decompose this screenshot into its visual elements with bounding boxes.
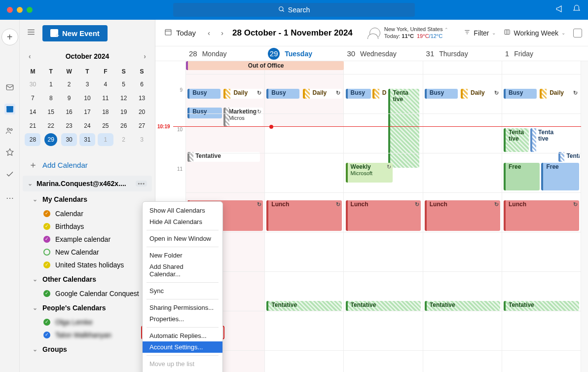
star-icon[interactable]	[4, 147, 15, 158]
minical-day[interactable]: 3	[134, 133, 150, 146]
calendar-group[interactable]: ⌄Groups	[23, 341, 152, 357]
calendar-item[interactable]: Birthdays	[23, 220, 152, 233]
event[interactable]: Busy	[187, 89, 220, 99]
minical-day[interactable]: 27	[134, 119, 150, 132]
minical-day[interactable]: 2	[61, 78, 77, 91]
new-event-button[interactable]: New Event	[42, 25, 108, 41]
minical-day[interactable]: 28	[25, 133, 40, 146]
event[interactable]: D	[372, 89, 387, 99]
todo-icon[interactable]	[4, 169, 15, 180]
next-week-button[interactable]: ›	[219, 28, 225, 38]
ctx-add-shared[interactable]: Add Shared Calendar...	[143, 261, 222, 280]
minical-day[interactable]: 4	[98, 78, 113, 91]
event[interactable]: Daily↻	[303, 89, 342, 99]
minical-next-button[interactable]: ›	[141, 51, 149, 61]
calendar-group[interactable]: ⌄People's Calendars	[23, 300, 152, 316]
calendar-group[interactable]: ⌄My Calendars	[23, 191, 152, 207]
minical-day[interactable]: 14	[25, 106, 40, 118]
minical-day[interactable]: 19	[116, 106, 132, 118]
event[interactable]: Tentative	[388, 89, 420, 168]
minical-day[interactable]: 6	[134, 78, 150, 91]
event[interactable]: Tentative	[187, 152, 259, 162]
event[interactable]: Busy	[504, 89, 537, 99]
ctx-sync[interactable]: Sync	[143, 285, 222, 297]
event[interactable]: WeeklyMicrosoft ↻	[346, 163, 393, 183]
people-icon[interactable]	[4, 125, 15, 136]
expand-icon[interactable]	[573, 29, 582, 37]
day-header[interactable]: 30Wednesday	[344, 49, 423, 58]
event[interactable]: Tenta	[558, 152, 580, 162]
event[interactable]: Free	[541, 163, 579, 190]
calendar-item[interactable]: Example calendar	[23, 233, 152, 246]
minical-day[interactable]: 3	[79, 78, 95, 91]
event[interactable]: Daily↻	[223, 89, 263, 99]
minical-day[interactable]: 17	[79, 106, 95, 118]
event[interactable]: Daily↻	[461, 89, 500, 99]
calendar-item[interactable]: Olga Lemke	[23, 316, 152, 329]
minical-day[interactable]: 30	[25, 78, 40, 91]
event[interactable]: Lunch↻	[346, 200, 421, 231]
calendar-icon[interactable]	[4, 104, 15, 114]
ctx-account-settings[interactable]: Account Settings...	[143, 341, 222, 353]
event[interactable]: Tentative	[346, 301, 421, 311]
calendar-item[interactable]: Google Calendar Conquest	[23, 287, 152, 300]
day-header[interactable]: 28Monday	[186, 49, 265, 58]
close-window-button[interactable]	[7, 7, 13, 13]
calendar-item[interactable]: United States holidays	[23, 259, 152, 271]
event[interactable]: Tentative	[266, 301, 342, 311]
ctx-new-folder[interactable]: New Folder	[143, 250, 222, 261]
minical-day[interactable]: 16	[61, 106, 77, 118]
event[interactable]: Lunch↻	[266, 200, 342, 231]
bell-icon[interactable]	[572, 4, 581, 16]
search-input[interactable]: Search	[173, 3, 415, 17]
minical-day[interactable]: 23	[61, 119, 77, 132]
minical-day[interactable]: 5	[116, 78, 132, 91]
more-apps-icon[interactable]: ⋯	[4, 192, 15, 203]
account-row[interactable]: ⌄ Marina.Conquest@x462x.... •••	[23, 176, 152, 191]
minical-day[interactable]: 31	[79, 133, 95, 146]
minical-day[interactable]: 25	[98, 119, 113, 132]
minical-day[interactable]: 24	[79, 119, 95, 132]
ctx-open-new[interactable]: Open in New Window	[143, 233, 222, 244]
calendar-item[interactable]: Calendar	[23, 207, 152, 220]
minical-day[interactable]: 29	[44, 133, 57, 146]
minical-day[interactable]: 20	[134, 106, 150, 118]
event[interactable]: Lunch↻	[425, 200, 500, 231]
weather-widget[interactable]: New York, United States ⌃ Today: 11°C 19…	[369, 26, 448, 40]
minical-day[interactable]: 2	[116, 133, 132, 146]
event[interactable]: Tentative	[504, 301, 579, 311]
calendar-group[interactable]: ⌄Other Calendars	[23, 271, 152, 287]
event[interactable]: Tentative	[530, 128, 555, 152]
event[interactable]: Lunch↻	[504, 200, 579, 231]
megaphone-icon[interactable]	[555, 4, 564, 16]
prev-week-button[interactable]: ‹	[206, 28, 212, 38]
event[interactable]: Daily↻	[540, 89, 579, 99]
minical-day[interactable]: 1	[98, 133, 113, 146]
allday-event[interactable]: Out of Office	[186, 61, 344, 70]
filter-button[interactable]: Filter ⌄	[464, 29, 496, 37]
minical-day[interactable]: 30	[61, 133, 77, 146]
new-button[interactable]: +	[1, 29, 18, 45]
event[interactable]: Busy	[425, 89, 458, 99]
minical-day[interactable]: 18	[98, 106, 113, 118]
minical-day[interactable]: 9	[61, 92, 77, 105]
event[interactable]: MarketingMicros ↻	[223, 108, 263, 126]
calendar-item[interactable]: New Calendar	[23, 246, 152, 259]
ctx-properties[interactable]: Properties...	[143, 313, 222, 325]
minical-day[interactable]: 15	[43, 106, 59, 118]
event[interactable]: Tentative	[504, 128, 529, 152]
hamburger-icon[interactable]	[25, 26, 37, 41]
event[interactable]: Tentative	[425, 301, 500, 311]
minimize-window-button[interactable]	[17, 7, 23, 13]
day-header[interactable]: 29Tuesday	[265, 48, 344, 60]
add-calendar-button[interactable]: ＋ Add Calendar	[23, 156, 152, 174]
event[interactable]: Busy	[266, 89, 299, 99]
ctx-show-all[interactable]: Show All Calendars	[143, 205, 222, 216]
minical-day[interactable]: 7	[25, 92, 40, 105]
minical-day[interactable]: 26	[116, 119, 132, 132]
ctx-hide-all[interactable]: Hide All Calendars	[143, 216, 222, 227]
minical-day[interactable]: 1	[43, 78, 59, 91]
account-more-button[interactable]: •••	[136, 181, 147, 186]
minical-day[interactable]: 10	[79, 92, 95, 105]
minical-day[interactable]: 11	[98, 92, 113, 105]
